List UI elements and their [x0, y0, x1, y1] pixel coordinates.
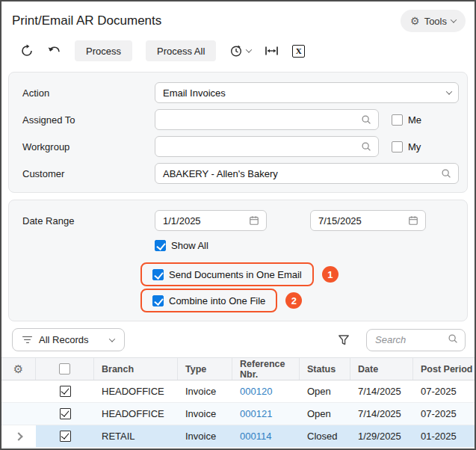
show-all-checkbox-row[interactable]: Show All	[155, 238, 467, 252]
workgroup-row: Workgroup My	[9, 136, 467, 157]
print-email-ar-documents-window: Print/Email AR Documents ⚙ Tools Process…	[0, 0, 476, 450]
search-icon[interactable]	[441, 168, 451, 179]
schedule-icon	[229, 44, 243, 58]
my-checkbox-label: My	[408, 141, 421, 152]
chevron-down-icon	[246, 46, 252, 52]
row-pointer-cell	[1, 403, 36, 425]
select-all-checkbox[interactable]	[59, 363, 70, 375]
schedule-button[interactable]	[229, 44, 251, 58]
reference-link[interactable]: 000120	[240, 386, 272, 397]
customer-field[interactable]: ABAKERY - Allen's Bakery	[155, 163, 459, 184]
cell-type: Invoice	[178, 380, 232, 402]
my-checkbox-row[interactable]: My	[392, 141, 421, 152]
row-checkbox[interactable]	[60, 431, 71, 442]
page-title: Print/Email AR Documents	[12, 13, 161, 28]
export-excel-icon: X	[292, 45, 305, 58]
column-header-date[interactable]: Date	[350, 358, 413, 380]
show-all-label: Show All	[171, 240, 208, 251]
send-one-email-row: Send Documents in One Email 1	[140, 262, 467, 286]
process-all-button[interactable]: Process All	[146, 40, 216, 61]
chevron-down-icon	[109, 336, 115, 342]
row-checkbox[interactable]	[60, 386, 71, 397]
my-checkbox[interactable]	[392, 141, 403, 152]
funnel-icon	[338, 334, 350, 346]
column-header-status[interactable]: Status	[300, 358, 350, 380]
workgroup-field	[155, 136, 379, 157]
customer-label: Customer	[9, 168, 155, 179]
cell-type: Invoice	[178, 403, 232, 425]
toolbar: Process Process All X	[20, 40, 475, 61]
cell-status: Open	[300, 403, 350, 425]
annotation-badge-1: 1	[322, 266, 339, 283]
process-button[interactable]: Process	[75, 40, 132, 61]
chevron-down-icon	[446, 88, 452, 94]
customer-value: ABAKERY - Allen's Bakery	[155, 168, 278, 179]
fit-width-button[interactable]	[265, 44, 279, 58]
undo-button[interactable]	[47, 44, 61, 58]
chevron-down-icon	[451, 16, 457, 22]
cell-status: Open	[300, 380, 350, 402]
cell-date: 7/14/2025	[350, 403, 413, 425]
assigned-to-row: Assigned To Me	[9, 109, 467, 130]
table-row[interactable]: HEADOFFICEInvoice000121Open7/14/202507-2…	[1, 403, 475, 425]
search-icon[interactable]	[361, 114, 371, 125]
gear-icon: ⚙	[410, 16, 420, 26]
assigned-to-label: Assigned To	[9, 114, 155, 126]
send-one-email-checkbox[interactable]	[152, 269, 164, 280]
filter-settings-button[interactable]	[338, 334, 366, 346]
row-checkbox[interactable]	[60, 408, 71, 419]
records-filter-combo[interactable]: All Records	[12, 328, 125, 351]
filter-lines-icon	[22, 336, 32, 344]
options-panel: Date Range 1/1/2025 7/15/2025 Show All S…	[8, 200, 468, 321]
search-icon[interactable]	[448, 333, 458, 347]
cell-post-period: 07-2025	[413, 403, 475, 425]
assigned-to-input[interactable]	[155, 110, 378, 129]
calendar-icon[interactable]	[249, 215, 259, 226]
cell-branch: HEADOFFICE	[94, 380, 178, 402]
cell-status: Closed	[300, 425, 350, 447]
reference-link[interactable]: 000114	[240, 431, 271, 442]
show-all-checkbox[interactable]	[155, 240, 166, 251]
send-one-email-label: Send Documents in One Email	[169, 269, 302, 280]
cell-reference: 000120	[232, 380, 300, 402]
workgroup-input[interactable]	[155, 137, 378, 156]
selected-row-chevron-icon	[14, 432, 22, 440]
reference-link[interactable]: 000121	[240, 408, 272, 419]
date-from-field[interactable]: 1/1/2025	[155, 210, 267, 231]
tools-button[interactable]: ⚙ Tools	[401, 10, 466, 32]
row-checkbox-cell[interactable]	[36, 380, 94, 402]
table-row[interactable]: RETAILInvoice000114Closed1/29/202501-202…	[1, 425, 475, 448]
cell-branch: HEADOFFICE	[94, 403, 178, 425]
combine-one-file-checkbox[interactable]	[152, 295, 164, 306]
cell-reference: 000121	[232, 403, 300, 425]
date-to-field[interactable]: 7/15/2025	[310, 210, 426, 231]
column-header-branch[interactable]: Branch	[94, 358, 178, 380]
fit-width-icon	[265, 44, 279, 58]
calendar-icon[interactable]	[408, 215, 418, 226]
column-header-type[interactable]: Type	[178, 358, 232, 380]
me-checkbox-row[interactable]: Me	[392, 114, 421, 126]
refresh-button[interactable]	[20, 44, 34, 58]
export-excel-button[interactable]: X	[292, 45, 305, 58]
cell-date: 7/14/2025	[350, 380, 413, 402]
row-checkbox-cell[interactable]	[36, 403, 94, 425]
documents-table: ⚙ Branch Type Reference Nbr. Status Date…	[1, 357, 475, 448]
date-from-value: 1/1/2025	[155, 215, 201, 226]
column-header-reference[interactable]: Reference Nbr.	[232, 358, 300, 380]
search-icon[interactable]	[361, 141, 371, 152]
action-select[interactable]: Email Invoices	[155, 82, 459, 103]
assigned-to-field	[155, 109, 379, 130]
row-pointer-cell	[1, 380, 36, 402]
column-header-post-period[interactable]: Post Period	[413, 358, 475, 380]
action-row: Action Email Invoices	[9, 82, 467, 103]
date-range-label: Date Range	[9, 215, 155, 226]
me-checkbox[interactable]	[392, 114, 403, 126]
undo-icon	[47, 44, 61, 58]
row-checkbox-cell[interactable]	[36, 425, 94, 447]
combine-one-file-highlight[interactable]: Combine into One File	[140, 289, 277, 312]
column-settings-gear-icon[interactable]: ⚙	[13, 363, 23, 376]
send-one-email-highlight[interactable]: Send Documents in One Email	[140, 262, 314, 286]
table-row[interactable]: HEADOFFICEInvoice000120Open7/14/202507-2…	[1, 380, 475, 403]
date-range-row: Date Range 1/1/2025 7/15/2025	[9, 210, 467, 231]
customer-row: Customer ABAKERY - Allen's Bakery	[9, 163, 467, 184]
